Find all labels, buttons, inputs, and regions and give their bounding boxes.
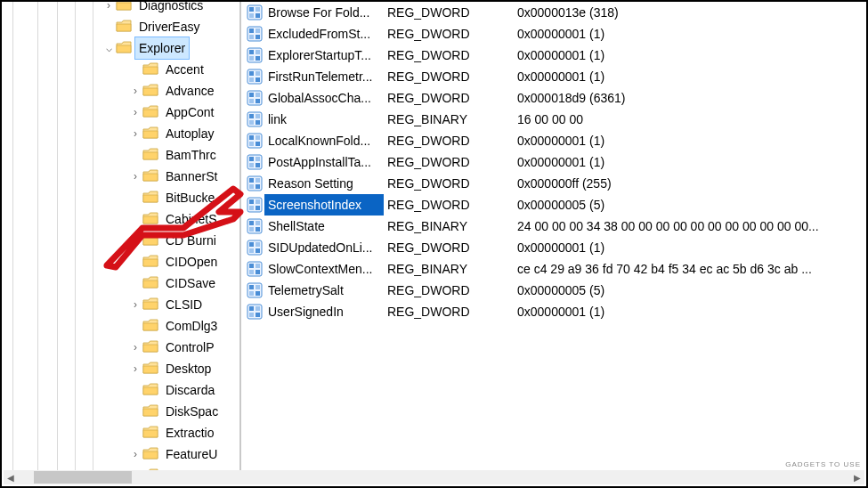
svg-rect-53 bbox=[249, 227, 254, 232]
svg-rect-56 bbox=[249, 242, 254, 247]
tree-item-discarda[interactable]: Discarda bbox=[2, 379, 238, 401]
tree-item-comdlg3[interactable]: ComDlg3 bbox=[2, 315, 238, 337]
svg-rect-59 bbox=[256, 248, 260, 253]
tree-item-label: Extractio bbox=[162, 422, 217, 443]
folder-icon bbox=[142, 447, 158, 460]
registry-value-row[interactable]: FirstRunTelemetr...REG_DWORD0x00000001 (… bbox=[243, 66, 866, 87]
tree-item-cabinets[interactable]: CabinetS bbox=[2, 208, 238, 230]
tree-item-desktop[interactable]: ›Desktop bbox=[2, 358, 238, 379]
tree-item-accent[interactable]: Accent bbox=[2, 59, 238, 80]
svg-rect-64 bbox=[256, 270, 260, 274]
tree-item-advance[interactable]: ›Advance bbox=[2, 80, 238, 102]
value-data: 0x000000ff (255) bbox=[514, 173, 866, 194]
tree-item-cd-burni[interactable]: ›CD Burni bbox=[2, 230, 238, 251]
registry-value-row[interactable]: ExcludedFromSt...REG_DWORD0x00000001 (1) bbox=[243, 23, 866, 45]
folder-icon bbox=[142, 340, 158, 354]
scroll-thumb[interactable] bbox=[34, 471, 132, 484]
registry-value-row[interactable]: UserSignedInREG_DWORD0x00000001 (1) bbox=[243, 301, 866, 322]
registry-value-row[interactable]: Reason SettingREG_DWORD0x000000ff (255) bbox=[243, 173, 866, 194]
svg-rect-36 bbox=[249, 157, 254, 161]
folder-icon bbox=[142, 191, 158, 204]
tree-item-clsid[interactable]: ›CLSID bbox=[2, 294, 238, 315]
value-type: REG_DWORD bbox=[384, 280, 514, 301]
folder-icon bbox=[142, 404, 158, 418]
svg-rect-9 bbox=[256, 35, 260, 39]
chevron-right-icon[interactable]: › bbox=[130, 166, 141, 187]
value-name: UserSignedIn bbox=[264, 301, 384, 322]
chevron-right-icon[interactable]: › bbox=[130, 337, 141, 358]
registry-value-row[interactable]: SlowContextMen...REG_BINARYce c4 29 a9 3… bbox=[243, 258, 866, 280]
registry-value-row[interactable]: GlobalAssocCha...REG_DWORD0x000018d9 (63… bbox=[243, 87, 866, 109]
registry-value-row[interactable]: ScreenshotIndexREG_DWORD0x00000005 (5) bbox=[243, 194, 866, 216]
registry-value-row[interactable]: ExplorerStartupT...REG_DWORD0x00000001 (… bbox=[243, 45, 866, 66]
value-type: REG_DWORD bbox=[384, 173, 514, 194]
values-pane[interactable]: Browse For Fold...REG_DWORD0x0000013e (3… bbox=[243, 2, 866, 470]
scroll-left-arrow[interactable]: ◀ bbox=[4, 470, 18, 484]
registry-value-row[interactable]: SIDUpdatedOnLi...REG_DWORD0x00000001 (1) bbox=[243, 237, 866, 258]
tree-item-controlp[interactable]: ›ControlP bbox=[2, 337, 238, 358]
tree-item-featureu[interactable]: ›FeatureU bbox=[2, 443, 238, 465]
registry-value-row[interactable]: PostAppInstallTa...REG_DWORD0x00000001 (… bbox=[243, 151, 866, 173]
tree-item-label: Diagnostics bbox=[135, 2, 207, 16]
svg-rect-27 bbox=[256, 114, 260, 118]
value-name: link bbox=[264, 109, 384, 130]
value-data: 0x00000001 (1) bbox=[514, 45, 866, 66]
tree-pane[interactable]: ›DiagnosticsDriverEasy⌵ExplorerAccent›Ad… bbox=[2, 2, 238, 470]
tree-item-label: FeatureU bbox=[162, 443, 221, 465]
tree-item-diagnostics[interactable]: ›Diagnostics bbox=[2, 2, 238, 16]
folder-icon bbox=[116, 20, 132, 33]
svg-rect-13 bbox=[249, 56, 254, 61]
value-type: REG_DWORD bbox=[384, 45, 514, 66]
chevron-right-icon[interactable]: › bbox=[130, 102, 141, 123]
chevron-right-icon[interactable]: › bbox=[130, 80, 141, 102]
tree-item-autoplay[interactable]: ›Autoplay bbox=[2, 123, 238, 144]
value-type: REG_DWORD bbox=[384, 2, 514, 23]
tree-item-bamthrc[interactable]: BamThrc bbox=[2, 144, 238, 166]
value-type: REG_DWORD bbox=[384, 301, 514, 322]
tree-item-explorer[interactable]: ⌵Explorer bbox=[2, 37, 238, 59]
folder-icon bbox=[142, 84, 158, 97]
svg-rect-73 bbox=[249, 313, 254, 317]
registry-value-row[interactable]: linkREG_BINARY16 00 00 00 bbox=[243, 109, 866, 130]
tree-item-drivereasy[interactable]: DriverEasy bbox=[2, 16, 238, 37]
chevron-right-icon[interactable]: › bbox=[130, 358, 141, 379]
tree-item-diskspac[interactable]: DiskSpac bbox=[2, 401, 238, 422]
scroll-track[interactable] bbox=[18, 470, 850, 484]
value-data: 0x00000001 (1) bbox=[514, 301, 866, 322]
tree-item-appcont[interactable]: ›AppCont bbox=[2, 102, 238, 123]
folder-icon bbox=[142, 126, 158, 140]
tree-item-extractio[interactable]: Extractio bbox=[2, 422, 238, 443]
value-type: REG_DWORD bbox=[384, 194, 514, 216]
tree-item-bannerst[interactable]: ›BannerSt bbox=[2, 166, 238, 187]
value-type: REG_BINARY bbox=[384, 258, 514, 280]
registry-value-icon bbox=[245, 69, 264, 85]
tree-item-label: Accent bbox=[162, 59, 207, 80]
registry-value-row[interactable]: Browse For Fold...REG_DWORD0x0000013e (3… bbox=[243, 2, 866, 23]
value-name: ExplorerStartupT... bbox=[264, 45, 384, 66]
horizontal-scrollbar[interactable]: ◀ ▶ bbox=[4, 470, 864, 484]
registry-value-icon bbox=[245, 218, 264, 234]
tree-item-label: DiskSpac bbox=[162, 401, 222, 422]
registry-value-row[interactable]: ShellStateREG_BINARY24 00 00 00 34 38 00… bbox=[243, 216, 866, 237]
tree-item-label: BannerSt bbox=[162, 166, 221, 187]
chevron-down-icon[interactable]: ⌵ bbox=[103, 37, 114, 59]
tree-item-cidopen[interactable]: CIDOpen bbox=[2, 251, 238, 272]
chevron-right-icon[interactable]: › bbox=[130, 443, 141, 465]
registry-value-icon bbox=[245, 4, 264, 20]
tree-item-bitbucke[interactable]: BitBucke bbox=[2, 187, 238, 208]
svg-rect-14 bbox=[256, 56, 260, 61]
chevron-right-icon[interactable]: › bbox=[130, 123, 141, 144]
svg-rect-16 bbox=[249, 71, 254, 76]
registry-value-icon bbox=[245, 175, 264, 191]
chevron-right-icon[interactable]: › bbox=[103, 2, 114, 16]
chevron-right-icon[interactable]: › bbox=[130, 230, 141, 251]
registry-value-row[interactable]: TelemetrySaltREG_DWORD0x00000005 (5) bbox=[243, 280, 866, 301]
svg-rect-37 bbox=[256, 157, 260, 161]
registry-value-icon bbox=[245, 304, 264, 320]
registry-value-row[interactable]: LocalKnownFold...REG_DWORD0x00000001 (1) bbox=[243, 130, 866, 151]
svg-rect-57 bbox=[256, 242, 260, 247]
chevron-right-icon[interactable]: › bbox=[130, 294, 141, 315]
scroll-right-arrow[interactable]: ▶ bbox=[850, 470, 864, 484]
value-name: Reason Setting bbox=[264, 173, 384, 194]
tree-item-cidsave[interactable]: CIDSave bbox=[2, 272, 238, 294]
